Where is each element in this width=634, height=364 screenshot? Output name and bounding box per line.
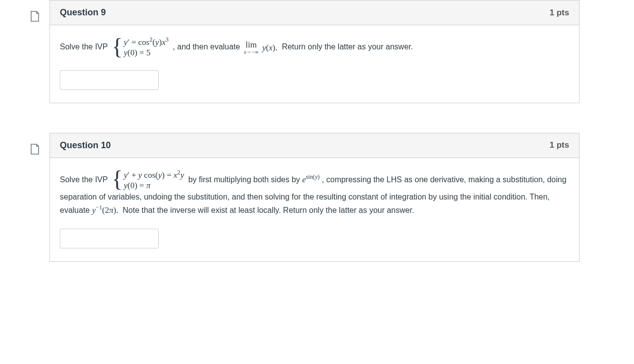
limit-sub: x→−∞ [244,49,259,55]
ivp-system: { y′ = cos2(y)x3 y(0) = 5 [112,37,169,58]
question-status-icon [30,11,40,22]
question-points: 1 pts [549,8,569,18]
ivp-equation-2: y(0) = 5 [124,47,169,58]
question-status-icon [30,144,40,155]
question-title: Question 10 [60,140,111,151]
math-yinv: y−1(2π). [92,205,118,215]
question-title: Question 9 [60,7,106,18]
question-body: Solve the IVP { y′ = cos2(y)x3 y(0) = 5 [50,25,579,103]
question-prompt: Solve the IVP { y′ + y cos(y) = x2y y(0)… [60,170,569,217]
question-10-container: Question 10 1 pts Solve the IVP { y′ + y… [49,133,580,262]
left-brace: { [112,37,123,57]
math-e-siny: esin(y) [302,175,319,184]
limit-top: lim [246,40,257,49]
ivp-system: { y′ + y cos(y) = x2y y(0) = π [112,170,184,191]
limit-argument: y(x). [262,43,277,52]
left-brace: { [112,169,123,189]
ivp-equation-1: y′ + y cos(y) = x2y [124,170,184,180]
question-9-block: Question 9 1 pts Solve the IVP { y′ = co… [0,0,634,103]
question-points: 1 pts [549,140,569,150]
answer-input[interactable] [60,229,159,248]
ivp-equation-1: y′ = cos2(y)x3 [124,37,169,47]
prompt-mid-1: by first multiplying both sides by [188,175,302,184]
question-9-container: Question 9 1 pts Solve the IVP { y′ = co… [49,0,580,103]
prompt-suffix: Note that the inverse will exist at leas… [123,206,414,214]
question-body: Solve the IVP { y′ + y cos(y) = x2y y(0)… [50,158,579,261]
question-header: Question 10 1 pts [50,133,579,158]
prompt-mid: , and then evaluate [173,42,240,51]
prompt-prefix: Solve the IVP [60,42,108,51]
prompt-suffix: Return only the latter as your answer. [282,42,413,51]
prompt-prefix: Solve the IVP [60,175,108,184]
question-header: Question 9 1 pts [50,0,579,25]
ivp-equation-2: y(0) = π [124,180,184,191]
answer-input[interactable] [60,70,159,90]
question-prompt: Solve the IVP { y′ = cos2(y)x3 y(0) = 5 [60,37,569,58]
limit-expression: lim x→−∞ [244,40,259,55]
question-10-block: Question 10 1 pts Solve the IVP { y′ + y… [0,133,634,262]
